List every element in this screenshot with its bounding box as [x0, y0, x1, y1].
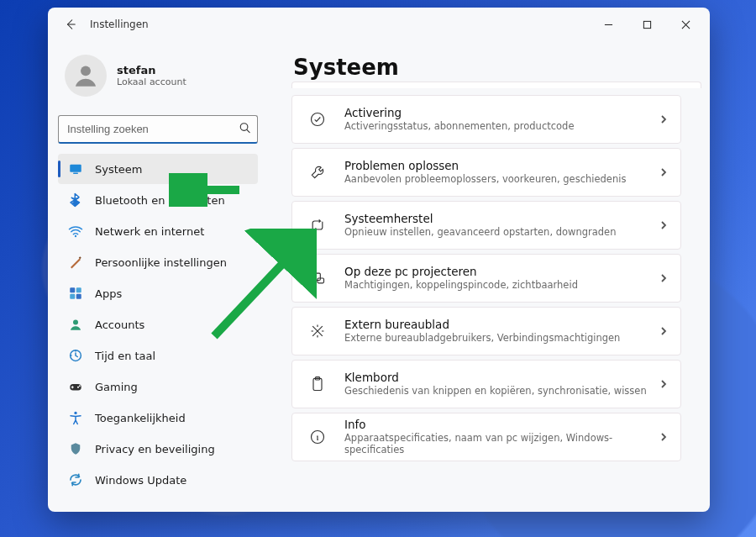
- card-subtitle: Geschiedenis van knippen en kopiëren, sy…: [344, 385, 647, 397]
- profile-subtitle: Lokaal account: [117, 76, 186, 87]
- settings-card-clipboard[interactable]: KlembordGeschiedenis van knippen en kopi…: [291, 360, 681, 408]
- settings-window: Instellingen stefan Lokaal account: [48, 8, 710, 512]
- svg-rect-7: [76, 287, 81, 292]
- sidebar-item-label: Apps: [95, 287, 122, 300]
- accounts-icon: [68, 317, 83, 332]
- activation-icon: [306, 108, 329, 131]
- search-input[interactable]: [58, 115, 258, 144]
- sidebar-item-label: Accounts: [95, 319, 144, 331]
- maximize-button[interactable]: [627, 11, 666, 38]
- svg-point-15: [74, 412, 76, 414]
- update-icon: [68, 472, 83, 487]
- sidebar-item-bluetooth[interactable]: Bluetooth en apparaten: [58, 185, 258, 215]
- about-icon: [306, 425, 329, 449]
- recovery-icon: [306, 213, 329, 237]
- maximize-icon: [643, 20, 652, 29]
- svg-rect-0: [643, 21, 650, 28]
- sidebar-item-update[interactable]: Windows Update: [58, 465, 258, 495]
- card-subtitle: Opnieuw instellen, geavanceerd opstarten…: [344, 226, 616, 238]
- arrow-left-icon: [65, 18, 76, 30]
- clipboard-icon: [306, 372, 329, 396]
- svg-rect-6: [70, 287, 75, 292]
- card-subtitle: Apparaatspecificaties, naam van pc wijzi…: [344, 432, 659, 456]
- sidebar-item-label: Netwerk en internet: [95, 225, 204, 238]
- chevron-right-icon: [659, 324, 669, 340]
- card-peek: [291, 82, 701, 88]
- sidebar-item-gaming[interactable]: Gaming: [58, 371, 258, 402]
- sidebar: stefan Lokaal account SysteemBluetooth e…: [48, 41, 268, 512]
- sidebar-item-systeem[interactable]: Systeem: [58, 154, 258, 184]
- sidebar-item-time[interactable]: Tijd en taal: [58, 340, 258, 371]
- card-title: Extern bureaublad: [344, 318, 620, 332]
- gaming-icon: [68, 379, 83, 394]
- page-title: Systeem: [293, 55, 681, 80]
- settings-card-list: ActiveringActiveringsstatus, abonnemente…: [291, 95, 681, 461]
- svg-rect-9: [76, 294, 81, 299]
- nav-list: SysteemBluetooth en apparatenNetwerk en …: [58, 154, 268, 495]
- settings-card-activation[interactable]: ActiveringActiveringsstatus, abonnemente…: [291, 95, 681, 144]
- privacy-icon: [68, 441, 83, 456]
- svg-point-5: [75, 235, 76, 237]
- accessibility-icon: [68, 410, 83, 425]
- sidebar-item-privacy[interactable]: Privacy en beveiliging: [58, 434, 258, 464]
- settings-card-troubleshoot[interactable]: Problemen oplossenAanbevolen probleemopl…: [291, 148, 681, 197]
- svg-point-10: [73, 319, 78, 324]
- main-content: Systeem ActiveringActiveringsstatus, abo…: [268, 41, 710, 512]
- settings-card-remote[interactable]: Extern bureaubladExterne bureaubladgebru…: [291, 307, 681, 355]
- titlebar: Instellingen: [48, 8, 710, 41]
- minimize-button[interactable]: [589, 11, 627, 38]
- sidebar-item-label: Systeem: [95, 163, 142, 176]
- svg-point-1: [81, 66, 91, 76]
- svg-rect-8: [70, 294, 75, 299]
- sidebar-item-accessibility[interactable]: Toegankelijkheid: [58, 403, 258, 433]
- back-button[interactable]: [56, 10, 85, 39]
- chevron-right-icon: [659, 376, 669, 392]
- svg-rect-3: [70, 165, 81, 172]
- profile-block[interactable]: stefan Lokaal account: [58, 46, 268, 108]
- chevron-right-icon: [659, 271, 669, 287]
- sidebar-item-label: Toegankelijkheid: [95, 412, 186, 424]
- card-subtitle: Externe bureaubladgebruikers, Verbinding…: [344, 332, 620, 344]
- bluetooth-icon: [68, 192, 83, 208]
- svg-rect-17: [312, 273, 321, 280]
- card-title: Op deze pc projecteren: [344, 265, 578, 279]
- svg-rect-4: [73, 173, 78, 175]
- network-icon: [68, 224, 83, 239]
- chevron-right-icon: [659, 429, 669, 445]
- remote-icon: [306, 319, 329, 343]
- troubleshoot-icon: [306, 161, 329, 184]
- card-title: Activering: [344, 106, 574, 120]
- chevron-right-icon: [659, 218, 669, 234]
- sidebar-item-label: Tijd en taal: [95, 350, 155, 362]
- card-title: Info: [344, 418, 659, 432]
- settings-card-recovery[interactable]: SysteemherstelOpnieuw instellen, geavanc…: [291, 201, 681, 250]
- sidebar-item-label: Bluetooth en apparaten: [95, 194, 225, 207]
- sidebar-item-apps[interactable]: Apps: [58, 278, 258, 308]
- sidebar-item-network[interactable]: Netwerk en internet: [58, 216, 258, 246]
- settings-card-project[interactable]: Op deze pc projecterenMachtigingen, kopp…: [291, 254, 681, 303]
- apps-icon: [68, 286, 83, 301]
- card-title: Problemen oplossen: [344, 159, 626, 173]
- window-title: Instellingen: [90, 18, 149, 30]
- minimize-icon: [604, 20, 613, 29]
- sidebar-item-label: Gaming: [95, 381, 138, 393]
- avatar: [65, 55, 107, 97]
- svg-point-13: [77, 387, 79, 388]
- card-title: Klembord: [344, 371, 647, 385]
- sidebar-item-label: Privacy en beveiliging: [95, 443, 215, 455]
- sidebar-item-personal[interactable]: Persoonlijke instellingen: [58, 247, 258, 277]
- profile-name: stefan: [117, 64, 186, 77]
- card-subtitle: Machtigingen, koppelingspincode, zichtba…: [344, 279, 578, 291]
- personal-icon: [68, 255, 83, 270]
- time-icon: [68, 348, 83, 363]
- settings-card-about[interactable]: InfoApparaatspecificaties, naam van pc w…: [291, 413, 681, 461]
- sidebar-item-label: Persoonlijke instellingen: [95, 256, 227, 269]
- chevron-right-icon: [659, 165, 669, 181]
- svg-point-16: [312, 113, 324, 126]
- sidebar-item-accounts[interactable]: Accounts: [58, 309, 258, 340]
- card-title: Systeemherstel: [344, 212, 616, 226]
- close-icon: [681, 20, 690, 29]
- project-icon: [306, 266, 329, 290]
- chevron-right-icon: [659, 112, 669, 128]
- close-button[interactable]: [666, 11, 705, 38]
